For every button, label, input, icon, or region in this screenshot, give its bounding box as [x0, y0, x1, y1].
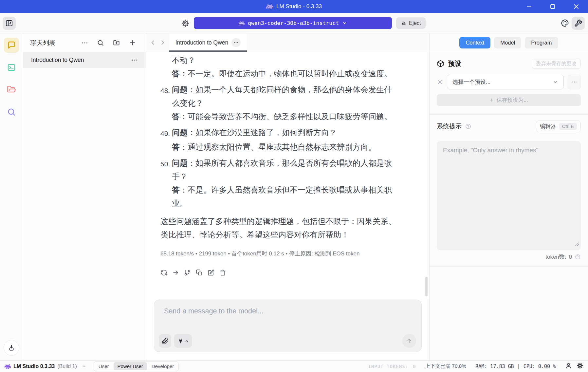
tab-nav: [146, 33, 169, 52]
package-icon: [437, 60, 444, 67]
chat-text: 答：通过观察太阳位置、星座或其他自然标志来辨别方向。: [172, 140, 398, 154]
open-editor-button[interactable]: 编辑器 Ctrl E: [536, 121, 581, 132]
mode-power-user[interactable]: Power User: [114, 362, 147, 370]
right-panel: ContextModelProgram 预设 丢弃未保存的更改: [429, 33, 588, 360]
cpu-usage: CPU: 0.00 %: [524, 363, 556, 369]
delete-button[interactable]: [219, 269, 226, 276]
mode-user[interactable]: User: [95, 362, 113, 370]
minimize-button[interactable]: [517, 0, 541, 13]
settings-button[interactable]: [577, 362, 583, 370]
plugins-button[interactable]: [174, 334, 192, 348]
app-logo-icon: [266, 4, 273, 9]
edit-button[interactable]: [208, 269, 214, 276]
sidebar-item-my-models[interactable]: [4, 82, 19, 97]
panel-tab-context[interactable]: Context: [459, 37, 490, 48]
search-icon: [97, 39, 104, 46]
sidebar-item-chat[interactable]: [4, 38, 19, 53]
status-bar: LM Studio 0.3.33 (Build 1) UserPower Use…: [0, 360, 588, 372]
chat-bubble-icon: [7, 41, 16, 50]
status-right: INPUT TOKENS: 0 上下文已满 70.8% RAM: 17.83 G…: [368, 362, 583, 370]
list-number: [160, 110, 172, 123]
download-icon: [8, 344, 15, 352]
chevron-left-icon: [149, 39, 157, 46]
maximize-button[interactable]: [541, 0, 564, 13]
attach-file-button[interactable]: [159, 334, 171, 348]
resize-handle-icon[interactable]: [575, 242, 579, 248]
close-button[interactable]: [564, 0, 588, 13]
palette-icon: [561, 19, 569, 27]
tab-more-button[interactable]: [231, 38, 241, 47]
resource-divider: |: [517, 363, 520, 369]
developer-tools-button[interactable]: [572, 17, 585, 30]
ellipsis-icon: [81, 39, 88, 46]
chat-list-panel: 聊天列表 Introduction to Qwen: [23, 33, 146, 360]
sidebar-item-developer-terminal[interactable]: [4, 60, 19, 75]
chat-text: 答：可能会导致营养不均衡、缺乏多样性以及口味疲劳等问题。: [172, 110, 398, 123]
user-account-button[interactable]: [565, 362, 572, 370]
preset-more-button[interactable]: [568, 75, 581, 89]
branch-button[interactable]: [184, 269, 191, 276]
list-number: [160, 53, 172, 67]
system-prompt-input[interactable]: [437, 141, 581, 250]
chat-list-item[interactable]: Introduction to Qwen: [23, 52, 146, 68]
send-button[interactable]: [402, 334, 416, 348]
chat-answer: 答：通过观察太阳位置、星座或其他自然标志来辨别方向。: [160, 140, 403, 154]
chevron-down-icon: [553, 79, 558, 85]
preset-select-placeholder: 选择一个预设...: [452, 78, 490, 86]
message-input[interactable]: [154, 300, 421, 330]
token-count-value: 0: [569, 254, 572, 260]
chat-scrollbar-thumb[interactable]: [425, 277, 428, 296]
chat-question: 48.问题：如果一个人每天都吃同样的食物，那么他的身体会发生什么变化？: [160, 83, 403, 110]
arrow-up-icon: [406, 338, 413, 344]
message-scroll-area[interactable]: 不动？答：不一定。即使在运动中，物体也可以暂时停止或改变速度。48.问题：如果一…: [146, 52, 429, 300]
panel-tab-model[interactable]: Model: [494, 37, 521, 48]
tab-label: Introduction to Qwen: [175, 39, 228, 46]
plus-icon: +: [489, 97, 493, 104]
discard-changes-button[interactable]: 丢弃未保存的更改: [532, 59, 581, 69]
nav-forward-button[interactable]: [159, 39, 167, 46]
maximize-icon: [550, 4, 555, 9]
new-folder-button[interactable]: [113, 39, 120, 46]
copy-button[interactable]: [196, 269, 203, 276]
help-icon[interactable]: [465, 123, 471, 130]
chat-list-more-button[interactable]: [81, 39, 88, 46]
panel-tab-program[interactable]: Program: [525, 37, 558, 48]
continue-button[interactable]: [172, 269, 179, 276]
chat-search-button[interactable]: [97, 39, 104, 46]
save-preset-button[interactable]: + 保存预设为...: [437, 94, 581, 106]
save-preset-label: 保存预设为...: [496, 97, 528, 104]
presets-section: 预设 丢弃未保存的更改 选择一个预设...: [430, 52, 588, 114]
ram-usage: RAM: 17.83 GB: [475, 363, 514, 369]
resource-usage: RAM: 17.83 GB | CPU: 0.00 %: [475, 363, 556, 369]
help-icon[interactable]: [575, 254, 581, 260]
close-icon: [437, 79, 443, 85]
chat-text: 答：不是。许多人虽然喜欢音乐但不一定擅长歌唱或从事相关职业。: [172, 183, 398, 210]
eject-model-button[interactable]: Eject: [396, 17, 426, 29]
theme-button[interactable]: [561, 19, 569, 27]
tab-introduction-to-qwen[interactable]: Introduction to Qwen: [169, 33, 247, 52]
trash-icon: [219, 269, 226, 276]
panel-tabs: ContextModelProgram: [430, 33, 588, 52]
window-title-group: LM Studio - 0.3.33: [266, 3, 322, 10]
gear-icon: [181, 19, 190, 28]
nav-back-button[interactable]: [149, 39, 157, 46]
chevron-up-icon[interactable]: [82, 364, 86, 369]
chat-text: 问题：如果所有人都喜欢音乐，那么是否所有会唱歌的人都是歌手？: [172, 156, 398, 183]
downloads-button[interactable]: [4, 340, 19, 356]
clear-preset-button[interactable]: [437, 79, 443, 85]
toolbar-center: qwen3-coder-30b-a3b-instruct Eject: [181, 13, 426, 33]
editor-label: 编辑器: [540, 123, 556, 130]
chat-question: 49.问题：如果你在沙漠里迷路了，如何判断方向？: [160, 126, 403, 140]
model-selector-button[interactable]: qwen3-coder-30b-a3b-instruct: [194, 17, 392, 29]
collapse-sidebar-button[interactable]: [3, 17, 16, 30]
preset-select[interactable]: 选择一个预设...: [447, 75, 564, 89]
composer: [146, 300, 429, 360]
context-usage[interactable]: 上下文已满 70.8%: [425, 363, 466, 370]
chat-item-more-button[interactable]: [131, 57, 138, 63]
system-prompt-section: 系统提示 编辑器 Ctrl E token数:: [430, 114, 588, 267]
sidebar-item-discover[interactable]: [4, 104, 19, 120]
regenerate-button[interactable]: [160, 269, 167, 276]
new-chat-button[interactable]: [129, 39, 136, 46]
model-settings-button[interactable]: [181, 19, 190, 28]
mode-developer[interactable]: Developer: [148, 362, 178, 370]
